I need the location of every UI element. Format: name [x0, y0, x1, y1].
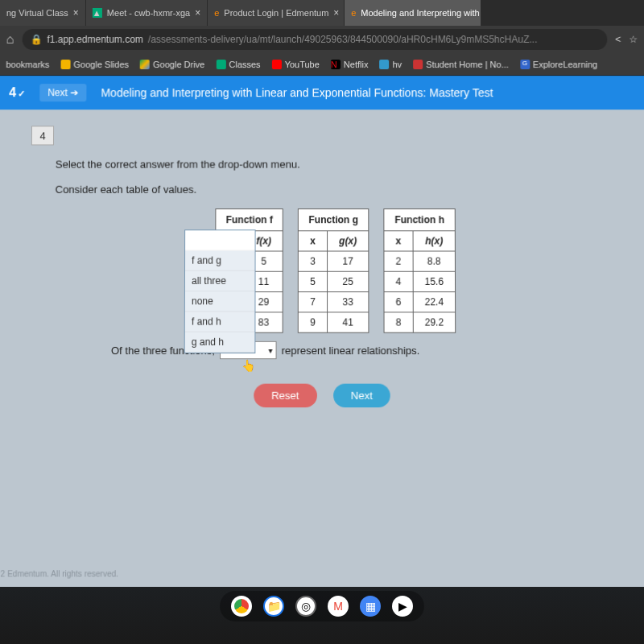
bookmark-slides[interactable]: Google Slides: [60, 60, 129, 69]
bookmarks-bar: bookmarks Google Slides Google Drive Cla…: [0, 53, 644, 76]
copyright-footer: 22 Edmentum. All rights reserved.: [0, 569, 118, 578]
reset-button[interactable]: Reset: [254, 384, 317, 407]
bookmark-netflix[interactable]: NNetflix: [331, 60, 369, 69]
question-counter: 4✓: [9, 85, 25, 100]
edmentum-icon: e: [351, 8, 356, 18]
dropdown-option-f-and-g[interactable]: f and g: [185, 250, 255, 270]
dropdown-option-all-three[interactable]: all three: [185, 271, 255, 291]
dropdown-option-none[interactable]: none: [185, 291, 255, 312]
tab-label: Meet - cwb-hxmr-xga: [107, 8, 190, 18]
bookmark-hv[interactable]: hv: [380, 60, 402, 69]
table-caption: Function h: [384, 209, 456, 231]
assessment-title: Modeling and Interpreting with Linear an…: [101, 86, 493, 99]
bookmark-student-home[interactable]: Student Home | No...: [413, 60, 509, 69]
tab-edmentum-login[interactable]: e Product Login | Edmentum ×: [208, 0, 345, 26]
meet-icon: ▲: [93, 8, 102, 18]
content-area: 4 Select the correct answer from the dro…: [0, 109, 644, 586]
files-icon[interactable]: 📁: [263, 596, 284, 617]
next-button[interactable]: Next: [333, 384, 390, 407]
table-function-h: Function h xh(x) 28.8 415.6 622.4 829.2: [383, 208, 456, 333]
table-row: 317: [299, 251, 369, 271]
question-number-box: 4: [31, 126, 54, 145]
play-icon[interactable]: ▶: [392, 596, 413, 617]
chevron-down-icon[interactable]: ✓: [18, 89, 25, 98]
tab-label: Modeling and Interpreting with L: [361, 8, 481, 18]
dropdown-option-f-and-h[interactable]: f and h: [185, 312, 255, 332]
table-row: 622.4: [384, 292, 456, 312]
table-caption: Function f: [216, 209, 283, 231]
site-icon: 🔒: [30, 34, 42, 45]
close-icon[interactable]: ×: [195, 7, 200, 19]
sentence-suffix: represent linear relationships.: [282, 344, 420, 356]
dropdown-listbox[interactable]: f and g all three none f and h g and h: [184, 229, 256, 353]
close-icon[interactable]: ×: [333, 7, 339, 19]
table-row: 415.6: [384, 271, 456, 291]
table-row: 829.2: [384, 312, 456, 332]
table-row: 733: [299, 292, 369, 312]
url-bar: ⌂ 🔒 f1.app.edmentum.com/assessments-deli…: [0, 26, 644, 53]
tab-label: ng Virtual Class: [6, 8, 68, 18]
address-field[interactable]: 🔒 f1.app.edmentum.com/assessments-delive…: [22, 29, 607, 50]
table-caption: Function g: [299, 209, 369, 231]
close-icon[interactable]: ×: [73, 7, 79, 19]
home-icon[interactable]: ⌂: [6, 32, 14, 47]
header-next-button[interactable]: Next ➔: [39, 84, 86, 101]
chrome-icon[interactable]: [231, 596, 252, 617]
button-row: Reset Next: [30, 384, 614, 407]
dropdown-blank[interactable]: [185, 230, 255, 250]
dropdown-option-g-and-h[interactable]: g and h: [185, 332, 255, 353]
tab-virtual-class[interactable]: ng Virtual Class ×: [0, 0, 86, 26]
gmail-icon[interactable]: M: [328, 596, 349, 617]
tab-modeling[interactable]: e Modeling and Interpreting with L ×: [345, 0, 481, 26]
bookmark-drive[interactable]: Google Drive: [140, 60, 204, 69]
tab-meet[interactable]: ▲ Meet - cwb-hxmr-xga ×: [86, 0, 208, 26]
bookmark-youtube[interactable]: YouTube: [272, 60, 320, 69]
assessment-header: 4✓ Next ➔ Modeling and Interpreting with…: [0, 76, 644, 109]
arrow-right-icon: ➔: [70, 87, 78, 98]
table-row: 525: [299, 271, 369, 291]
url-path: /assessments-delivery/ua/mt/launch/49025…: [148, 34, 538, 45]
sub-instruction-text: Consider each table of values.: [31, 184, 613, 196]
browser-tab-strip: ng Virtual Class × ▲ Meet - cwb-hxmr-xga…: [0, 0, 644, 26]
answer-sentence: Of the three functions, represent linear…: [30, 341, 614, 359]
tables-row: Function f xf(x) 15 211 329 483 Function…: [30, 208, 613, 333]
table-row: 28.8: [384, 251, 456, 271]
os-taskbar: 📁 ◎ M ▦ ▶: [220, 591, 424, 621]
star-icon[interactable]: ☆: [629, 34, 638, 45]
table-function-g: Function g xg(x) 317 525 733 941: [298, 208, 369, 333]
table-row: 941: [299, 312, 369, 332]
edmentum-icon: e: [214, 8, 219, 18]
instruction-text: Select the correct answer from the drop-…: [31, 159, 613, 171]
url-host: f1.app.edmentum.com: [47, 34, 143, 45]
bookmark-classes[interactable]: Classes: [216, 60, 260, 69]
bookmark-bookmarks[interactable]: bookmarks: [6, 60, 49, 69]
docs-icon[interactable]: ▦: [360, 596, 381, 617]
bookmark-explorelearning[interactable]: GExploreLearning: [520, 60, 597, 69]
share-icon[interactable]: <: [615, 34, 621, 45]
tab-label: Product Login | Edmentum: [224, 8, 328, 18]
app-icon[interactable]: ◎: [295, 596, 316, 617]
